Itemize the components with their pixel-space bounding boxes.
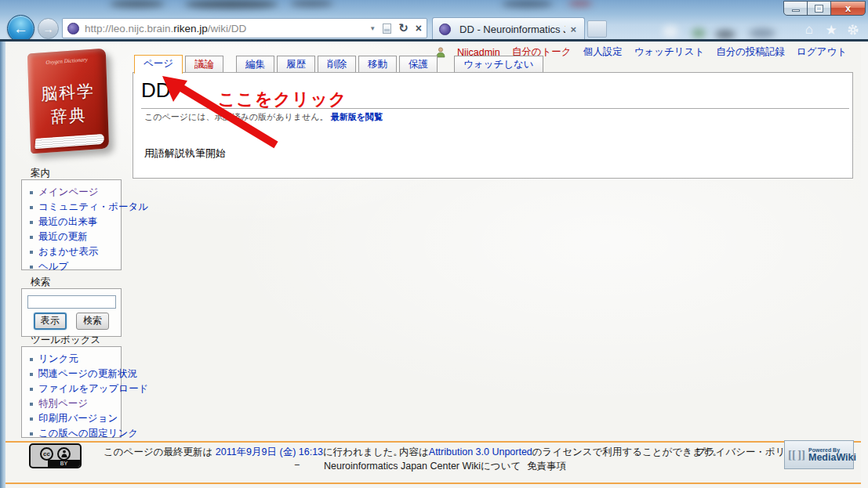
disclaimer-link[interactable]: 免責事項	[527, 460, 566, 473]
toolbox-link[interactable]: 特別ページ	[38, 397, 88, 410]
footer-lastmod-prefix: このページの最終更新は	[104, 446, 216, 457]
tab-discussion[interactable]: 議論	[185, 56, 223, 73]
sidebar-item-community-portal[interactable]: コミュニティ・ポータル	[28, 200, 121, 215]
background-window-blur	[184, 0, 278, 9]
gear-icon[interactable]	[845, 22, 861, 38]
tab-protect[interactable]: 保護	[399, 56, 438, 73]
compatibility-view-icon[interactable]	[383, 23, 391, 34]
back-button[interactable]: ←	[7, 15, 35, 42]
bullet-icon	[30, 418, 33, 421]
toolbox-item-relatedchanges[interactable]: 関連ページの更新状況	[28, 367, 121, 381]
page-body-text: 用語解説執筆開始	[144, 146, 852, 161]
license-link[interactable]: Attribution 3.0 Unported	[429, 446, 532, 457]
tab-close-icon[interactable]: ×	[568, 23, 578, 35]
toolbox-link[interactable]: 関連ページの更新状況	[38, 367, 137, 381]
toolbox-link[interactable]: この版への固定リンク	[38, 427, 138, 440]
window-controls: x	[784, 1, 866, 16]
tab-delete[interactable]: 削除	[318, 56, 356, 73]
command-icons: ⌂ ★	[801, 22, 861, 38]
bullet-icon	[30, 388, 33, 391]
cc-by-label: BY	[48, 460, 80, 467]
footer-license: 内容はAttribution 3.0 Unportedのライセンスで利用すること…	[399, 446, 722, 459]
stop-icon[interactable]: ×	[416, 22, 422, 34]
personal-watchlist-link[interactable]: ウォッチリスト	[634, 45, 705, 59]
sidebar-item-recent-changes[interactable]: 最近の更新	[28, 230, 121, 244]
url-path: /wiki/DD	[208, 23, 247, 34]
approval-notice-text: このページには、承認済みの版がありません。	[144, 112, 329, 121]
bullet-icon	[30, 251, 33, 254]
refresh-icon[interactable]: ↻	[398, 21, 409, 35]
maximize-icon	[815, 5, 823, 12]
personal-preferences-link[interactable]: 個人設定	[583, 45, 623, 59]
tab-edit[interactable]: 編集	[236, 56, 274, 73]
bullet-icon	[30, 373, 33, 376]
sidebar-link[interactable]: メインページ	[38, 186, 98, 199]
toolbox-item-upload[interactable]: ファイルをアップロード	[28, 381, 121, 396]
about-link[interactable]: Neuroinformatics Japan Center Wikiについて	[324, 460, 521, 473]
bullet-icon	[30, 266, 33, 269]
mw-name: MediaWiki	[808, 453, 856, 463]
toolbox-link[interactable]: リンク元	[38, 352, 78, 366]
new-tab-button[interactable]	[587, 20, 607, 38]
latest-revision-link[interactable]: 最新版を閲覧	[331, 112, 383, 121]
bullet-icon	[30, 403, 33, 406]
toolbox-link[interactable]: 印刷用バージョン	[38, 412, 118, 425]
star-icon[interactable]: ★	[823, 22, 839, 38]
footer-lastmod-date: 2011年9月9日 (金) 16:13	[216, 446, 323, 457]
tab-page[interactable]: ページ	[134, 55, 183, 74]
tab-favicon	[439, 23, 451, 35]
url-domain: riken.jp	[173, 23, 208, 34]
logo-title-line2: 辞典	[29, 103, 108, 130]
background-window-blur	[663, 26, 678, 38]
search-buttons: 表示 検索	[27, 313, 115, 330]
sidebar-item-current-events[interactable]: 最近の出来事	[28, 215, 121, 230]
close-button[interactable]: x	[830, 1, 866, 16]
mediawiki-badge[interactable]: [[ ]] Powered By MediaWiki	[784, 440, 854, 469]
forward-button[interactable]: →	[38, 18, 59, 39]
back-icon: ←	[13, 20, 28, 38]
sidebar-link[interactable]: おまかせ表示	[38, 245, 98, 258]
toolbox-link[interactable]: ファイルをアップロード	[38, 382, 148, 396]
personal-logout-link[interactable]: ログアウト	[797, 45, 847, 59]
personal-contributions-link[interactable]: 自分の投稿記録	[716, 45, 785, 59]
footer-lastmod-suffix: に行われました。	[323, 446, 403, 457]
footer-dash: −	[294, 460, 300, 471]
toolbox-item-specialpages[interactable]: 特別ページ	[28, 396, 121, 411]
footer-lastmod: このページの最終更新は 2011年9月9日 (金) 16:13に行われました。	[104, 446, 403, 459]
bullet-icon	[30, 358, 33, 361]
sidebar-item-random-page[interactable]: おまかせ表示	[28, 244, 121, 259]
address-bar-controls: ▼ ↻ ×	[369, 21, 422, 35]
sidebar-item-mainpage[interactable]: メインページ	[28, 185, 121, 200]
window-border-right	[861, 42, 868, 488]
footer-rule-top	[5, 441, 861, 443]
sidebar-link[interactable]: ヘルプ	[38, 260, 68, 273]
browser-window: x ← → http://leo.nijc.brain.riken.jp/wik…	[0, 0, 868, 488]
background-window-blur	[692, 28, 706, 38]
search-input[interactable]	[27, 295, 116, 309]
search-go-button[interactable]: 表示	[34, 313, 67, 330]
sidebar-link[interactable]: 最近の出来事	[38, 215, 97, 229]
tab-history[interactable]: 履歴	[277, 56, 315, 73]
toolbox-item-permalink[interactable]: この版への固定リンク	[28, 426, 121, 441]
address-bar[interactable]: http://leo.nijc.brain.riken.jp/wiki/DD ▼…	[62, 18, 427, 38]
toolbox-portlet: リンク元 関連ページの更新状況 ファイルをアップロード 特別ページ 印刷用バージ…	[21, 346, 122, 438]
url-text[interactable]: http://leo.nijc.brain.riken.jp/wiki/DD	[85, 23, 369, 34]
logo-series-text: Oxygen Dictionary	[27, 56, 106, 67]
tab-unwatch[interactable]: ウォッチしない	[454, 56, 543, 73]
nav-portlet-heading: 案内	[31, 167, 50, 180]
home-icon[interactable]: ⌂	[801, 22, 817, 38]
minimize-button[interactable]	[783, 1, 808, 16]
sidebar-link[interactable]: コミュニティ・ポータル	[38, 201, 148, 214]
autocomplete-dropdown-icon[interactable]: ▼	[369, 25, 376, 32]
browser-tab[interactable]: DD - Neuroinformatics J... ×	[432, 17, 585, 40]
sidebar-link[interactable]: 最近の更新	[38, 230, 88, 244]
toolbox-item-printable[interactable]: 印刷用バージョン	[28, 411, 121, 426]
cc-license-badge[interactable]: cc BY	[29, 443, 82, 468]
maximize-button[interactable]	[807, 1, 831, 16]
toolbox-item-whatlinkshere[interactable]: リンク元	[28, 352, 121, 367]
wiki-logo[interactable]: Oxygen Dictionary 脳科学 辞典	[23, 48, 118, 159]
sidebar-item-help[interactable]: ヘルプ	[28, 259, 121, 274]
tab-move[interactable]: 移動	[358, 56, 397, 73]
search-fulltext-button[interactable]: 検索	[76, 313, 109, 330]
close-icon: x	[845, 2, 851, 14]
